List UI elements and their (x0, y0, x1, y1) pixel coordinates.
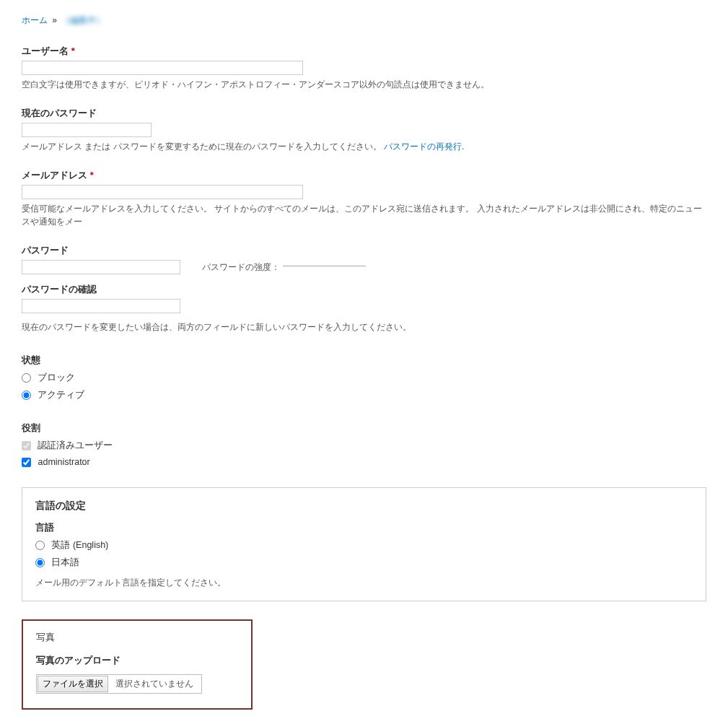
password-confirm-input[interactable] (22, 299, 180, 313)
password-label: パスワード (22, 244, 706, 257)
status-label: 状態 (22, 354, 706, 367)
role-administrator-checkbox[interactable] (22, 458, 31, 467)
status-group: 状態 ブロック アクティブ (22, 354, 706, 401)
username-label: ユーザー名 * (22, 45, 706, 58)
breadcrumb-separator: » (52, 15, 57, 25)
current-password-input[interactable] (22, 123, 152, 137)
password-input[interactable] (22, 260, 180, 274)
file-select-button[interactable]: ファイルを選択 (38, 676, 108, 692)
language-fieldset: 言語の設定 言語 英語 (English) 日本語 メール用のデフォルト言語を指… (22, 487, 706, 601)
roles-label: 役割 (22, 422, 706, 435)
required-marker: * (71, 45, 75, 56)
status-option-blocked[interactable]: ブロック (22, 372, 706, 384)
language-label: 言語 (35, 521, 693, 534)
roles-group: 役割 認証済みユーザー administrator (22, 422, 706, 467)
photo-fieldset-title: 写真 (36, 631, 238, 644)
email-label: メールアドレス * (22, 169, 706, 182)
current-password-label: 現在のパスワード (22, 107, 706, 120)
language-radio-japanese[interactable] (35, 558, 45, 567)
email-description: 受信可能なメールアドレスを入力してください。 サイトからのすべてのメールは、この… (22, 202, 706, 228)
breadcrumb-current: （編集中） (61, 15, 105, 25)
language-option-english-label: 英語 (English) (51, 540, 108, 550)
reset-password-link[interactable]: パスワードの再発行 (384, 141, 462, 152)
file-select-status: 選択されていません (108, 678, 201, 690)
password-group: パスワード パスワードの強度： パスワードの確認 現在のパスワードを変更したい場… (22, 244, 706, 334)
role-authenticated: 認証済みユーザー (22, 440, 706, 452)
language-option-japanese-label: 日本語 (51, 557, 79, 567)
status-option-active-label: アクティブ (38, 390, 84, 400)
role-authenticated-label: 認証済みユーザー (38, 440, 113, 450)
breadcrumb-home[interactable]: ホーム (22, 15, 48, 25)
username-input[interactable] (22, 61, 303, 75)
password-field: パスワード パスワードの強度： (22, 244, 706, 274)
status-radio-active[interactable] (22, 391, 31, 400)
password-strength: パスワードの強度： (202, 261, 366, 274)
email-input[interactable] (22, 185, 303, 199)
username-field: ユーザー名 * 空白文字は使用できますが、ピリオド・ハイフン・アポストロフィー・… (22, 45, 706, 91)
photo-fieldset: 写真 写真のアップロード ファイルを選択 選択されていません (22, 619, 253, 710)
language-description: メール用のデフォルト言語を指定してください。 (35, 576, 693, 589)
email-label-text: メールアドレス (22, 170, 87, 180)
language-radio-english[interactable] (35, 541, 45, 550)
file-input-wrapper[interactable]: ファイルを選択 選択されていません (36, 674, 202, 694)
role-administrator-label: administrator (38, 457, 89, 467)
password-confirm-description: 現在のパスワードを変更したい場合は、両方のフィールドに新しいパスワードを入力して… (22, 321, 706, 334)
status-option-active[interactable]: アクティブ (22, 389, 706, 401)
password-confirm-field: パスワードの確認 (22, 283, 706, 313)
password-strength-bar (283, 266, 366, 266)
current-password-desc-suffix: . (462, 141, 464, 152)
current-password-field: 現在のパスワード メールアドレス または パスワードを変更するために現在のパスワ… (22, 107, 706, 153)
role-administrator[interactable]: administrator (22, 457, 706, 467)
current-password-description: メールアドレス または パスワードを変更するために現在のパスワードを入力してくだ… (22, 140, 706, 153)
required-marker: * (90, 170, 94, 180)
language-fieldset-title: 言語の設定 (35, 500, 693, 513)
photo-upload-label: 写真のアップロード (36, 654, 238, 667)
language-option-japanese[interactable]: 日本語 (35, 557, 693, 569)
password-strength-label: パスワードの強度： (202, 262, 280, 272)
username-label-text: ユーザー名 (22, 45, 69, 56)
breadcrumb: ホーム » （編集中） (22, 14, 706, 27)
password-confirm-label: パスワードの確認 (22, 283, 706, 296)
current-password-desc-text: メールアドレス または パスワードを変更するために現在のパスワードを入力してくだ… (22, 141, 384, 152)
language-option-english[interactable]: 英語 (English) (35, 539, 693, 552)
email-field: メールアドレス * 受信可能なメールアドレスを入力してください。 サイトからのす… (22, 169, 706, 228)
role-authenticated-checkbox (22, 441, 31, 450)
status-radio-blocked[interactable] (22, 373, 31, 383)
status-option-blocked-label: ブロック (38, 372, 75, 383)
username-description: 空白文字は使用できますが、ピリオド・ハイフン・アポストロフィー・アンダースコア以… (22, 78, 706, 91)
